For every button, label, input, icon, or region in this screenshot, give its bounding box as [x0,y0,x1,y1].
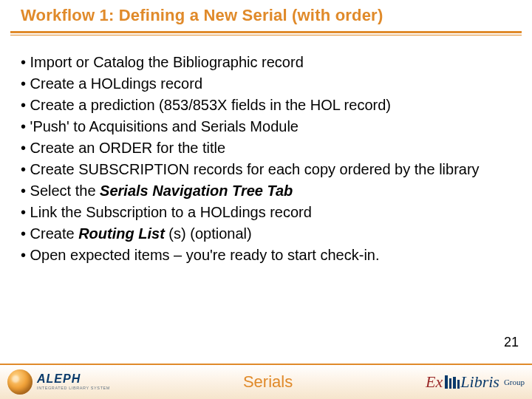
list-item: • Open expected items – you're ready to … [21,245,511,266]
bullet-marker: • [21,118,30,134]
bullet-text: 'Push' to Acquisitions and Serials Modul… [30,118,299,134]
bullet-marker: • [21,75,30,92]
bullet-marker: • [21,183,30,199]
list-item: • Link the Subscription to a HOLdings re… [21,202,511,223]
bullet-text-emphasis: Routing List [78,225,165,242]
exlibris-bars-icon [445,375,460,389]
bullet-text-emphasis: Serials Navigation Tree Tab [100,183,293,199]
bullet-text-suffix: (s) (optional) [165,225,252,242]
aleph-text: ALEPH INTEGRATED LIBRARY SYSTEM [37,373,110,391]
list-item: • Create Routing List (s) (optional) [21,223,511,245]
list-item: • Create a HOLdings record [21,73,511,95]
list-item: • Import or Catalog the Bibliographic re… [21,52,511,73]
bullet-marker: • [21,204,30,220]
aleph-brand: ALEPH [37,373,110,385]
bullet-marker: • [21,225,30,242]
bullet-text: Create an ORDER for the title [30,140,226,156]
page-number: 21 [504,335,519,350]
footer-bar: ALEPH INTEGRATED LIBRARY SYSTEM Serials … [0,364,532,399]
aleph-tagline: INTEGRATED LIBRARY SYSTEM [37,386,110,391]
bullet-list: • Import or Catalog the Bibliographic re… [21,52,511,266]
exlibris-libris: Libris [460,372,499,392]
bullet-text: Link the Subscription to a HOLdings reco… [30,204,312,220]
list-item: • Create an ORDER for the title [21,137,511,159]
bullet-text: Import or Catalog the Bibliographic reco… [30,54,304,70]
exlibris-group: Group [504,378,525,386]
bullet-marker: • [21,140,30,156]
bullet-marker: • [21,97,30,113]
bullet-text: Create SUBSCRIPTION records for each cop… [30,161,480,177]
list-item: • 'Push' to Acquisitions and Serials Mod… [21,116,511,137]
footer-center-label: Serials [110,372,426,392]
bullet-text: Create a HOLdings record [30,75,202,92]
bullet-text-prefix: Create [30,225,79,242]
slide-title: Workflow 1: Defining a New Serial (with … [21,6,383,25]
exlibris-logo: Ex Libris Group [426,372,525,392]
bullet-text: Open expected items – you're ready to st… [30,247,380,263]
bullet-marker: • [21,161,30,177]
list-item: • Select the Serials Navigation Tree Tab [21,180,511,202]
list-item: • Create a prediction (853/853X fields i… [21,95,511,116]
bullet-marker: • [21,247,30,263]
aleph-orb-icon [7,369,33,395]
bullet-text-prefix: Select the [30,183,100,199]
slide: Workflow 1: Defining a New Serial (with … [0,0,532,399]
title-separator [10,31,522,35]
aleph-logo: ALEPH INTEGRATED LIBRARY SYSTEM [7,369,110,395]
exlibris-ex: Ex [426,372,443,392]
list-item: • Create SUBSCRIPTION records for each c… [21,159,511,180]
bullet-text: Create a prediction (853/853X fields in … [30,97,391,113]
bullet-marker: • [21,54,30,70]
